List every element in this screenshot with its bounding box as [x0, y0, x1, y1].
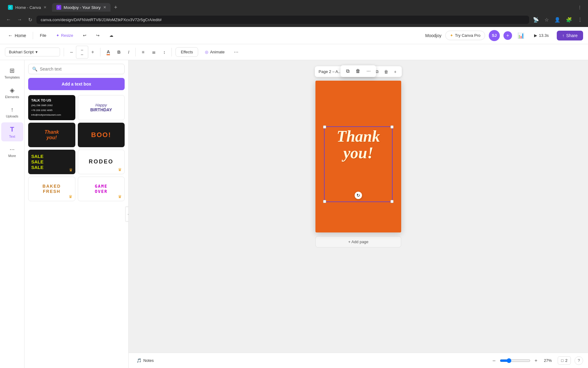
tab-design[interactable]: C Moodjoy - Your Story ✕	[52, 3, 111, 12]
text-element[interactable]: Thankyou!	[324, 126, 393, 202]
sidebar-item-more[interactable]: ··· More	[1, 143, 23, 161]
sidebar-item-elements[interactable]: ◈ Elements	[1, 83, 23, 102]
search-input[interactable]	[40, 67, 121, 71]
template-card-thank-you[interactable]: Thankyou!	[28, 123, 75, 147]
try-pro-label: Try Canva Pro	[455, 33, 481, 38]
browser-chrome: C Home - Canva ✕ C Moodjoy - Your Story …	[0, 0, 588, 27]
text-panel: 🔍 Add a text box TALK TO US(04) 298 3985…	[24, 60, 129, 368]
size-display[interactable]: – –	[76, 46, 88, 59]
tab-home-close[interactable]: ✕	[43, 5, 47, 10]
toolbar-sep-1	[64, 48, 64, 56]
redo-icon: ↪	[96, 33, 100, 38]
font-selector[interactable]: Bukhari Script ▾	[5, 48, 60, 56]
undo-button[interactable]: ↩	[80, 31, 89, 40]
tab-overflow-button[interactable]: ⋮	[575, 4, 584, 11]
header-right: Moodjoy ✦ Try Canva Pro SJ + 📊 ▶ 13.3s ↑…	[425, 30, 583, 41]
align-icon: ≡	[142, 49, 145, 55]
new-tab-button[interactable]: +	[112, 3, 120, 12]
resize-handle-tl[interactable]	[323, 125, 326, 128]
align-button[interactable]: ≡	[139, 48, 147, 56]
analytics-button[interactable]: 📊	[516, 30, 526, 41]
zoom-slider[interactable]	[500, 358, 530, 363]
template-card-rodeo[interactable]: RODEO ♛	[78, 150, 125, 174]
cast-icon[interactable]: 📡	[532, 16, 540, 24]
tab-home[interactable]: C Home - Canva ✕	[4, 3, 51, 12]
zoom-percentage: 27%	[542, 358, 554, 363]
element-more-button[interactable]: ···	[364, 67, 373, 75]
try-pro-button[interactable]: ✦ Try Canva Pro	[445, 31, 485, 40]
page-label-text: Page 2 – A...	[318, 69, 341, 74]
template-card-baked-fresh[interactable]: BAKEDFRESH ♛	[28, 177, 75, 201]
elements-icon: ◈	[10, 86, 14, 94]
template-text-happy-birthday: HappyBIRTHDAY	[90, 103, 112, 113]
template-card-sale[interactable]: SALESALESALE ♛	[28, 150, 75, 174]
bottom-bar: 🎵 Notes – + 27% □ 2 ?	[129, 353, 588, 368]
resize-icon: ✦	[56, 33, 59, 38]
more-options-button[interactable]: ···	[232, 47, 241, 57]
rotate-handle[interactable]: ↻	[355, 192, 362, 199]
bold-button[interactable]: B	[115, 48, 123, 56]
address-bar[interactable]	[36, 16, 529, 24]
template-text-rodeo: RODEO	[89, 159, 114, 165]
page-number-button[interactable]: □ 2	[558, 356, 571, 365]
collapse-panel-button[interactable]: ◀	[125, 207, 129, 221]
play-button[interactable]: ▶ 13.3s	[530, 31, 553, 40]
resize-button[interactable]: ✦ Resize	[53, 31, 76, 40]
element-toolbar: ⧉ 🗑 ···	[341, 65, 376, 77]
effects-button[interactable]: Effects	[175, 47, 198, 57]
rotate-icon: ↻	[356, 193, 360, 198]
tab-design-close[interactable]: ✕	[103, 5, 106, 10]
tab-bar: C Home - Canva ✕ C Moodjoy - Your Story …	[0, 0, 588, 12]
element-delete-button[interactable]: 🗑	[353, 67, 363, 75]
toolbar-sep-2	[100, 48, 100, 56]
sidebar-item-text[interactable]: T Text	[1, 122, 23, 141]
reload-button[interactable]: ↻	[26, 16, 34, 24]
canvas-card[interactable]: ⧉ 🗑 ··· Thankyou! ↻	[315, 81, 401, 232]
spacing-button[interactable]: ↕	[161, 48, 168, 56]
element-copy-button[interactable]: ⧉	[344, 67, 352, 75]
play-icon: ▶	[534, 33, 537, 38]
sidebar-item-elements-label: Elements	[5, 95, 19, 99]
canvas-wrapper: ⧉ 🗑 ··· Thankyou! ↻	[315, 81, 401, 247]
back-button[interactable]: ←	[4, 16, 13, 24]
search-icon: 🔍	[32, 67, 37, 71]
bookmark-icon[interactable]: ☆	[543, 16, 550, 24]
sidebar-item-templates[interactable]: ⊞ Templates	[1, 64, 23, 82]
share-button[interactable]: ↑ Share	[557, 31, 583, 40]
resize-handle-bl[interactable]	[323, 200, 326, 203]
zoom-in-button[interactable]: +	[533, 356, 539, 365]
home-favicon: C	[8, 5, 13, 10]
save-button[interactable]: ☁	[106, 31, 116, 40]
menu-icon[interactable]: ⋮	[576, 16, 584, 24]
play-time: 13.3s	[539, 33, 549, 38]
list-button[interactable]: ≣	[149, 48, 158, 57]
redo-button[interactable]: ↪	[93, 31, 103, 40]
resize-handle-tr[interactable]	[390, 125, 394, 128]
template-card-boo[interactable]: BOO!	[78, 123, 125, 147]
add-button[interactable]: +	[503, 31, 512, 40]
template-card-happy-birthday[interactable]: HappyBIRTHDAY	[78, 95, 125, 120]
resize-handle-br[interactable]	[390, 200, 394, 203]
animate-button[interactable]: ◎ Animate	[201, 48, 229, 56]
sidebar-item-uploads[interactable]: ↑ Uploads	[1, 103, 23, 121]
template-text-game-over: GAMEOVER	[95, 184, 107, 194]
add-page-button[interactable]: + Add page	[315, 236, 401, 247]
template-card-talk-to-us[interactable]: TALK TO US(04) 298 3985 2092+76 209 1092…	[28, 95, 75, 120]
extensions-icon[interactable]: 🧩	[565, 16, 573, 24]
home-button[interactable]: ← Home	[5, 31, 29, 40]
help-button[interactable]: ?	[575, 356, 583, 365]
increase-size-button[interactable]: +	[89, 48, 96, 56]
page-delete-button[interactable]: 🗑	[383, 68, 390, 75]
add-textbox-button[interactable]: Add a text box	[28, 78, 125, 90]
forward-button[interactable]: →	[15, 16, 24, 24]
italic-button[interactable]: I	[126, 48, 132, 56]
zoom-out-button[interactable]: –	[491, 356, 497, 365]
template-card-game-over[interactable]: GAMEOVER ♛	[78, 177, 125, 201]
text-color-button[interactable]: A	[104, 47, 112, 57]
avatar[interactable]: SJ	[489, 30, 500, 41]
file-button[interactable]: File	[37, 31, 49, 40]
notes-button[interactable]: 🎵 Notes	[134, 356, 157, 365]
page-add-button[interactable]: +	[392, 68, 398, 75]
decrease-size-button[interactable]: –	[68, 48, 75, 56]
profile-icon[interactable]: 👤	[553, 16, 562, 24]
